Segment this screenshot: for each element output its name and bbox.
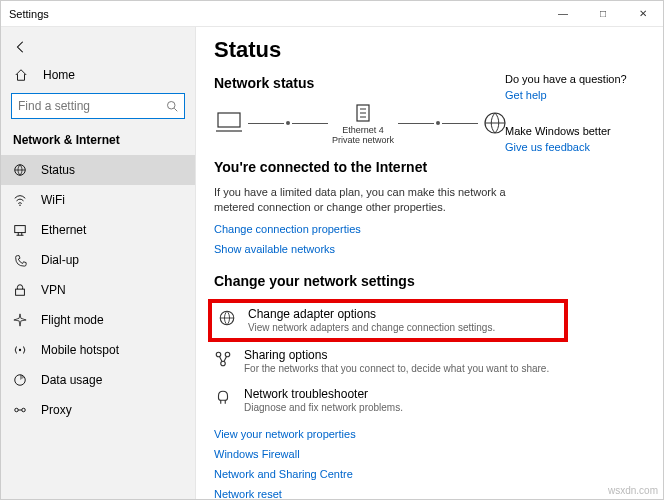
search-placeholder: Find a setting xyxy=(18,99,90,113)
sidebar-item-status[interactable]: Status xyxy=(1,155,195,185)
datausage-icon xyxy=(13,373,27,387)
status-icon xyxy=(13,163,27,177)
svg-rect-14 xyxy=(218,113,240,127)
main-content: Status Network status Ethernet 4 Private… xyxy=(196,27,663,499)
sidebar-item-dialup[interactable]: Dial-up xyxy=(1,245,195,275)
svg-point-24 xyxy=(221,361,226,366)
option-title: Sharing options xyxy=(244,348,549,362)
ethernet-icon xyxy=(13,223,27,237)
sidebar-item-vpn[interactable]: VPN xyxy=(1,275,195,305)
sidebar-item-datausage[interactable]: Data usage xyxy=(1,365,195,395)
link-network-properties[interactable]: View your network properties xyxy=(214,428,645,440)
sidebar-item-wifi[interactable]: WiFi xyxy=(1,185,195,215)
troubleshooter-icon xyxy=(214,387,234,414)
airplane-icon xyxy=(13,313,27,327)
sidebar-item-proxy[interactable]: Proxy xyxy=(1,395,195,425)
category-header: Network & Internet xyxy=(1,129,195,155)
svg-line-1 xyxy=(174,108,177,111)
minimize-button[interactable]: — xyxy=(543,1,583,27)
option-change-adapter[interactable]: Change adapter options View network adap… xyxy=(208,299,568,342)
link-sharing-centre[interactable]: Network and Sharing Centre xyxy=(214,468,645,480)
back-button[interactable] xyxy=(1,33,195,61)
svg-point-0 xyxy=(168,102,176,110)
sidebar-item-ethernet[interactable]: Ethernet xyxy=(1,215,195,245)
pc-node xyxy=(214,111,244,135)
svg-rect-8 xyxy=(16,289,25,295)
home-icon xyxy=(13,67,29,83)
link-connection-properties[interactable]: Change connection properties xyxy=(214,223,645,235)
sidebar-item-label: Status xyxy=(41,163,75,177)
sharing-icon xyxy=(214,348,234,375)
svg-point-9 xyxy=(19,349,21,351)
svg-rect-4 xyxy=(15,226,26,233)
sidebar-item-label: Data usage xyxy=(41,373,102,387)
sidebar-item-label: WiFi xyxy=(41,193,65,207)
maximize-button[interactable]: □ xyxy=(583,1,623,27)
home-label: Home xyxy=(43,68,75,82)
search-icon xyxy=(166,100,178,112)
option-troubleshooter[interactable]: Network troubleshooter Diagnose and fix … xyxy=(214,381,574,420)
search-input[interactable]: Find a setting xyxy=(11,93,185,119)
diagram-node-name: Ethernet 4 xyxy=(342,125,384,135)
option-sub: Diagnose and fix network problems. xyxy=(244,401,403,414)
home-nav[interactable]: Home xyxy=(1,61,195,89)
sidebar-item-label: VPN xyxy=(41,283,66,297)
adapter-icon xyxy=(218,307,238,334)
option-sub: View network adapters and change connect… xyxy=(248,321,495,334)
svg-point-22 xyxy=(216,352,221,357)
option-sharing[interactable]: Sharing options For the networks that yo… xyxy=(214,342,574,381)
page-title: Status xyxy=(214,37,645,63)
better-heading: Make Windows better xyxy=(505,125,645,137)
close-button[interactable]: ✕ xyxy=(623,1,663,27)
option-sub: For the networks that you connect to, de… xyxy=(244,362,549,375)
diagram-node-sub: Private network xyxy=(332,135,394,145)
sidebar-item-label: Flight mode xyxy=(41,313,104,327)
back-icon xyxy=(13,39,29,55)
link-network-reset[interactable]: Network reset xyxy=(214,488,645,499)
hotspot-icon xyxy=(13,343,27,357)
vpn-icon xyxy=(13,283,27,297)
sidebar-item-label: Dial-up xyxy=(41,253,79,267)
svg-point-12 xyxy=(22,408,26,412)
connected-desc: If you have a limited data plan, you can… xyxy=(214,185,524,215)
link-get-help[interactable]: Get help xyxy=(505,89,645,101)
right-sidebar: Do you have a question? Get help Make Wi… xyxy=(505,73,645,177)
sidebar-item-flightmode[interactable]: Flight mode xyxy=(1,305,195,335)
sidebar-item-label: Proxy xyxy=(41,403,72,417)
svg-point-23 xyxy=(225,352,230,357)
link-feedback[interactable]: Give us feedback xyxy=(505,141,645,153)
option-title: Change adapter options xyxy=(248,307,495,321)
change-settings-heading: Change your network settings xyxy=(214,273,645,289)
question-heading: Do you have a question? xyxy=(505,73,645,85)
dialup-icon xyxy=(13,253,27,267)
sidebar: Home Find a setting Network & Internet S… xyxy=(1,27,196,499)
svg-point-11 xyxy=(15,408,19,412)
titlebar: Settings — □ ✕ xyxy=(1,1,663,27)
sidebar-item-label: Ethernet xyxy=(41,223,86,237)
watermark: wsxdn.com xyxy=(608,485,658,496)
svg-point-3 xyxy=(19,205,20,206)
link-show-networks[interactable]: Show available networks xyxy=(214,243,645,255)
link-windows-firewall[interactable]: Windows Firewall xyxy=(214,448,645,460)
option-title: Network troubleshooter xyxy=(244,387,403,401)
wifi-icon xyxy=(13,193,27,207)
proxy-icon xyxy=(13,403,27,417)
sidebar-item-label: Mobile hotspot xyxy=(41,343,119,357)
sidebar-item-hotspot[interactable]: Mobile hotspot xyxy=(1,335,195,365)
window-title: Settings xyxy=(1,8,543,20)
router-node: Ethernet 4 Private network xyxy=(332,101,394,145)
